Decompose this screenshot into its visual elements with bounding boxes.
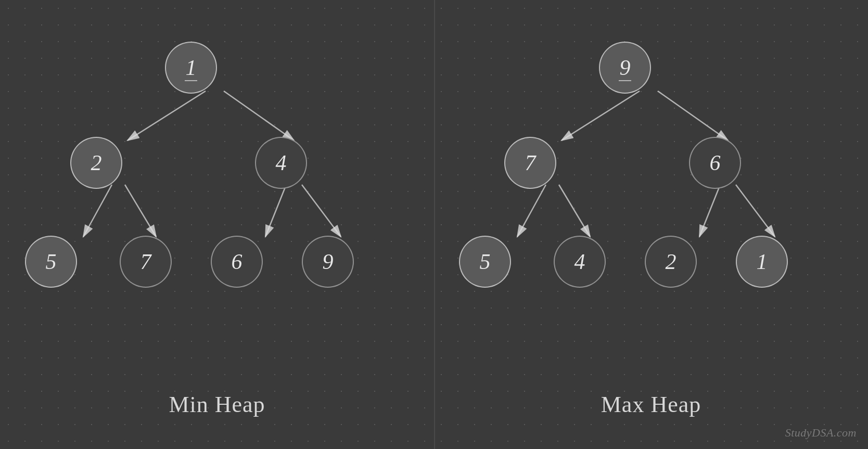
svg-line-12	[699, 185, 720, 237]
node-underline	[185, 80, 197, 81]
svg-line-3	[83, 185, 112, 237]
svg-line-4	[125, 185, 156, 237]
max-heap-label: Max Heap	[434, 391, 868, 418]
max-heap-node-l1: 7	[504, 137, 556, 189]
node-underline	[619, 80, 631, 81]
svg-line-13	[736, 185, 775, 237]
min-heap-node-l1: 2	[70, 137, 122, 189]
max-heap-node-ll: 5	[459, 236, 511, 288]
min-heap-node-r1: 4	[255, 137, 307, 189]
max-heap-arrows	[434, 0, 868, 449]
min-heap-node-rr: 9	[302, 236, 354, 288]
svg-line-1	[127, 91, 206, 140]
max-heap-node-lr: 4	[554, 236, 606, 288]
max-heap-container: 9 7 6 5 4 2 1 Max Heap StudyDSA.com	[434, 0, 868, 449]
svg-line-8	[561, 91, 640, 140]
watermark: StudyDSA.com	[785, 426, 857, 440]
max-heap-node-rl: 2	[645, 236, 697, 288]
svg-line-6	[302, 185, 341, 237]
svg-line-5	[265, 185, 286, 237]
min-heap-container: 1 2 4 5 7 6 9 Min Heap	[0, 0, 434, 449]
min-heap-node-ll: 5	[25, 236, 77, 288]
min-heap-node-lr: 7	[120, 236, 172, 288]
svg-line-2	[224, 91, 294, 140]
min-heap-arrows	[0, 0, 434, 449]
min-heap-node-root: 1	[165, 42, 217, 94]
svg-line-10	[517, 185, 546, 237]
svg-line-9	[658, 91, 728, 140]
max-heap-node-rr: 1	[736, 236, 788, 288]
max-heap-node-root: 9	[599, 42, 651, 94]
svg-line-11	[559, 185, 590, 237]
min-heap-label: Min Heap	[0, 391, 434, 418]
max-heap-node-r1: 6	[689, 137, 741, 189]
min-heap-node-rl: 6	[211, 236, 263, 288]
